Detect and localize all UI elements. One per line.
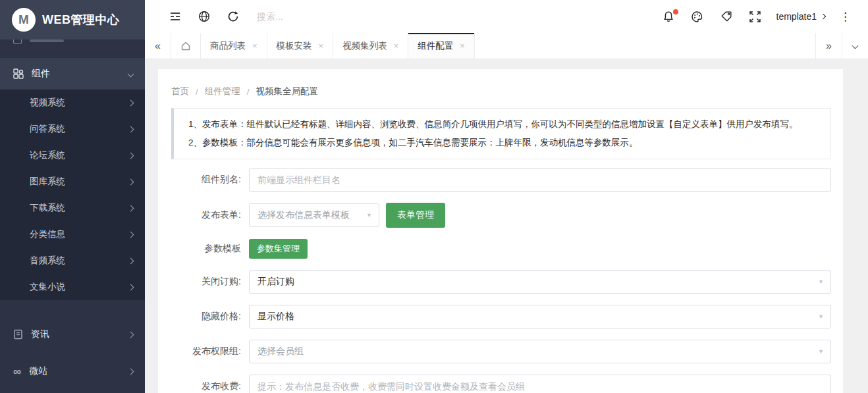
notification-badge [673, 9, 678, 14]
form-row-hide-price: 隐藏价格: 显示价格 ▼ [171, 305, 831, 328]
more-menu-button[interactable]: ⋮ [832, 10, 859, 24]
tab-video-collection-list[interactable]: 视频集列表× [333, 33, 408, 59]
partial-icon [13, 39, 22, 44]
fullscreen-button[interactable] [741, 0, 770, 33]
breadcrumb-current: 视频集全局配置 [256, 86, 319, 97]
logo-avatar: M [12, 8, 36, 32]
fullscreen-icon [749, 11, 761, 22]
field-label: 关闭订购: [171, 276, 249, 288]
bell-icon [663, 11, 674, 22]
breadcrumb-component-mgmt[interactable]: 组件管理 [205, 86, 240, 97]
chevron-right-icon [128, 368, 134, 375]
notifications-button[interactable] [654, 0, 683, 33]
notice-line-2: 2、参数模板：部分信息可能会有展示更多信息项，如二手汽车信息需要展示：上牌年限，… [188, 134, 816, 152]
field-label: 组件别名: [171, 174, 249, 186]
sidebar-item-news[interactable]: 资讯 [0, 316, 145, 353]
chevron-right-icon [128, 99, 134, 106]
close-icon[interactable]: × [394, 41, 399, 51]
sidebar: M WEB管理中心 组件 视频系统 问答系统 论坛系统 图库系统 下载系统 分类… [0, 0, 145, 393]
collapse-sidebar-button[interactable] [161, 0, 190, 33]
components-grid-icon [13, 68, 24, 79]
caret-down-icon: ▼ [818, 348, 824, 355]
main-area: template1 ⋮ « 商品列表× 模板安装× 视频集列表× 组件配置× » [145, 0, 868, 393]
caret-down-icon: ▼ [818, 278, 824, 285]
home-icon [180, 41, 191, 51]
sidebar-item-novel-collection[interactable]: 文集小说 [0, 274, 145, 300]
chevron-right-icon [128, 331, 134, 338]
sidebar-item-components[interactable]: 组件 [0, 58, 145, 90]
field-label: 发布表单: [171, 209, 249, 221]
chevron-right-icon [128, 231, 134, 238]
top-header: template1 ⋮ [145, 0, 868, 33]
form-row-publish-form: 发布表单: 选择发布信息表单模板 ▼ 表单管理 [171, 203, 831, 228]
chevron-right-icon [128, 257, 134, 264]
tab-product-list[interactable]: 商品列表× [201, 33, 267, 59]
sidebar-item-label: 微站 [29, 365, 128, 377]
publish-fee-input[interactable] [249, 375, 831, 393]
config-card: 首页 / 组件管理 / 视频集全局配置 1、发布表单：组件默认已经有标题、详细内… [158, 69, 843, 393]
tabs-scroll-left-button[interactable]: « [145, 33, 171, 59]
theme-button[interactable] [683, 0, 712, 33]
chevron-right-icon [128, 284, 134, 290]
caret-down-icon: ▼ [818, 313, 824, 320]
microsite-infinity-icon: ∞ [13, 366, 21, 377]
breadcrumb: 首页 / 组件管理 / 视频集全局配置 [171, 86, 831, 97]
chevron-right-icon [128, 152, 134, 159]
config-form: 组件别名: 发布表单: 选择发布信息表单模板 ▼ 表单管理 参数模板 参数集管理 [171, 168, 831, 393]
sidebar-item-classified-info[interactable]: 分类信息 [0, 221, 145, 248]
close-icon[interactable]: × [252, 41, 258, 51]
tab-home[interactable] [171, 33, 201, 59]
tag-icon [720, 11, 732, 22]
search-input[interactable] [257, 11, 395, 22]
order-toggle-select[interactable]: 开启订购 ▼ [249, 270, 831, 294]
template-selector[interactable]: template1 [770, 11, 832, 22]
tab-template-install[interactable]: 模板安装× [267, 33, 334, 59]
tag-button[interactable] [712, 0, 741, 33]
sidebar-item-partial[interactable] [0, 39, 145, 51]
sidebar-item-download-system[interactable]: 下载系统 [0, 195, 145, 221]
sidebar-item-forum-system[interactable]: 论坛系统 [0, 142, 145, 169]
collapse-sidebar-icon [169, 12, 181, 21]
news-document-icon [13, 329, 23, 340]
sidebar-item-microsite[interactable]: ∞ 微站 [0, 353, 145, 390]
sidebar-item-label: 资讯 [31, 328, 128, 340]
components-submenu: 视频系统 问答系统 论坛系统 图库系统 下载系统 分类信息 音频系统 文集小说 [0, 90, 145, 300]
tabs-scroll-right-button[interactable]: » [815, 33, 842, 59]
notice-line-1: 1、发布表单：组件默认已经有标题、详细内容、浏览收费、信息简介几项供用户填写，你… [188, 115, 816, 134]
sidebar-item-video-system[interactable]: 视频系统 [0, 90, 145, 116]
form-manage-button[interactable]: 表单管理 [386, 203, 445, 228]
tabs-menu-button[interactable] [842, 33, 868, 59]
form-row-param-template: 参数模板 参数集管理 [171, 239, 831, 259]
tab-bar: « 商品列表× 模板安装× 视频集列表× 组件配置× » [145, 33, 868, 59]
param-set-manage-button[interactable]: 参数集管理 [249, 239, 308, 259]
globe-icon [198, 11, 210, 22]
app-logo[interactable]: M WEB管理中心 [0, 0, 145, 39]
chevron-right-icon [128, 126, 134, 132]
chevron-down-icon [128, 70, 134, 77]
chevron-right-icon [128, 178, 134, 185]
refresh-button[interactable] [219, 0, 248, 33]
field-label: 发布权限组: [171, 346, 249, 357]
site-home-button[interactable] [190, 0, 219, 33]
form-row-publish-permission: 发布权限组: 选择会员组 ▼ [171, 340, 831, 363]
form-row-alias: 组件别名: [171, 168, 831, 192]
component-alias-input[interactable] [249, 168, 831, 192]
sidebar-item-audio-system[interactable]: 音频系统 [0, 248, 145, 274]
app-title: WEB管理中心 [42, 12, 120, 28]
field-label: 参数模板 [171, 243, 249, 255]
form-row-publish-fee-partial: 发布收费: [171, 375, 831, 393]
sidebar-item-gallery-system[interactable]: 图库系统 [0, 169, 145, 195]
content-area: 首页 / 组件管理 / 视频集全局配置 1、发布表单：组件默认已经有标题、详细内… [145, 59, 868, 393]
sidebar-item-qa-system[interactable]: 问答系统 [0, 116, 145, 142]
price-visibility-select[interactable]: 显示价格 ▼ [249, 305, 831, 328]
field-label: 发布收费: [171, 380, 249, 392]
field-label: 隐藏价格: [171, 311, 249, 323]
close-icon[interactable]: × [460, 41, 465, 51]
publish-form-select[interactable]: 选择发布信息表单模板 ▼ [249, 203, 379, 227]
template-name: template1 [776, 11, 817, 22]
member-group-select[interactable]: 选择会员组 ▼ [249, 340, 831, 363]
chevron-right-icon [128, 205, 134, 211]
breadcrumb-home[interactable]: 首页 [171, 86, 189, 97]
tab-component-config[interactable]: 组件配置× [408, 33, 475, 59]
close-icon[interactable]: × [319, 41, 324, 51]
